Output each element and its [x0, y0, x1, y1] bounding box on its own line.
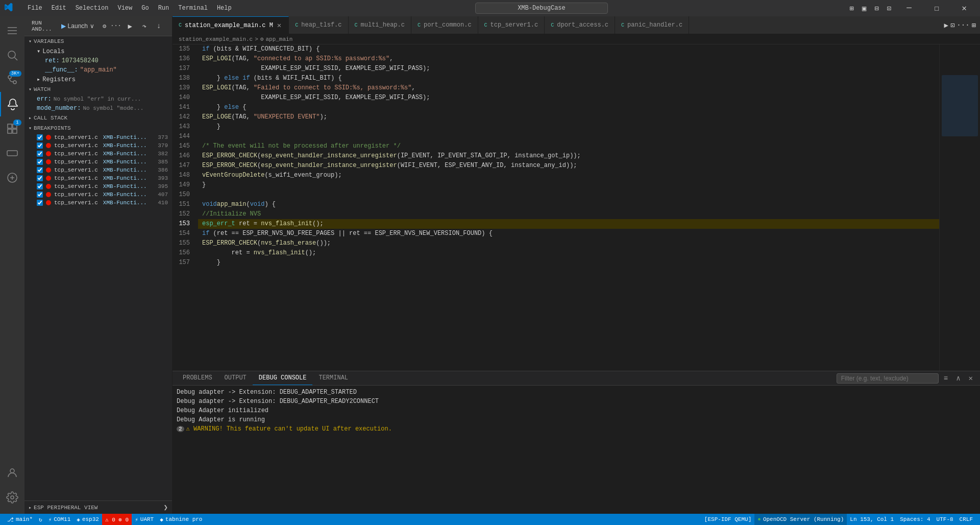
esp-peripheral-section: ▸ ESP PERIPHERAL VIEW ❯	[24, 500, 172, 514]
locals-item[interactable]: ▾ Locals	[24, 46, 172, 56]
watch-mode[interactable]: mode_number: No symbol "mode...	[24, 104, 172, 113]
breakpoint-item[interactable]: tcp_server1.c XMB-Functi... 386	[24, 166, 172, 174]
more-icon[interactable]: ···	[110, 22, 121, 30]
tab-station-example[interactable]: C station_example_main.c M ✕	[173, 16, 289, 34]
gear-icon[interactable]: ⚙	[103, 22, 106, 30]
launch-button[interactable]: ▶ Launch ∨	[57, 21, 99, 31]
layout-toggle-icon[interactable]: ⊞	[972, 21, 976, 30]
breakpoint-item[interactable]: tcp_server1.c XMB-Functi... 385	[24, 158, 172, 166]
bp-checkbox-2[interactable]	[37, 151, 43, 157]
panel-close-icon[interactable]: ✕	[966, 373, 976, 384]
breakpoint-item[interactable]: tcp_server1.c XMB-Functi... 395	[24, 182, 172, 190]
bp-checkbox-4[interactable]	[37, 167, 43, 173]
status-tabnine[interactable]: ◆ tabnine pro	[157, 514, 205, 525]
layout-icon3[interactable]: ⊟	[872, 2, 880, 15]
tab-tcp-server1[interactable]: C tcp_server1.c	[478, 16, 545, 34]
locals-func[interactable]: __func__: "app_main"	[24, 65, 172, 75]
bp-checkbox-5[interactable]	[37, 175, 43, 181]
activity-accounts[interactable]	[0, 461, 24, 485]
status-uart[interactable]: ⚡ UART	[132, 514, 157, 525]
status-errors[interactable]: ⚠ 0 ⊗ 0	[102, 514, 132, 525]
breadcrumb-file[interactable]: station_example_main.c	[179, 36, 253, 42]
breakpoint-item[interactable]: tcp_server1.c XMB-Functi... 393	[24, 174, 172, 182]
search-bar[interactable]: XMB-DebugCase	[475, 3, 608, 14]
status-com[interactable]: ⚡ COM11	[45, 514, 74, 525]
bp-checkbox-3[interactable]	[37, 159, 43, 165]
tab-multi-heap[interactable]: C multi_heap.c	[349, 16, 411, 34]
more-editor-icon[interactable]: ···	[957, 21, 969, 29]
watch-header[interactable]: ▾ WATCH	[24, 84, 172, 94]
bp-checkbox-7[interactable]	[37, 192, 43, 198]
activity-extensions[interactable]: 1	[0, 116, 24, 141]
tab-terminal[interactable]: TERMINAL	[312, 371, 354, 385]
locals-ret[interactable]: ret: 1073458240	[24, 56, 172, 65]
split-editor-icon[interactable]: ⊡	[950, 21, 954, 30]
code-content[interactable]: if (bits & WIFI_CONNECTED_BIT) { ESP_LOG…	[198, 44, 939, 371]
code-line-144	[198, 132, 939, 141]
bp-checkbox-0[interactable]	[37, 134, 43, 140]
tab-heap-tlsf[interactable]: C heap_tlsf.c	[289, 16, 348, 34]
panel-list-view-icon[interactable]: ≡	[941, 373, 951, 384]
breadcrumb-func[interactable]: app_main	[265, 36, 292, 42]
menu-file[interactable]: File	[23, 4, 46, 13]
tab-port-common[interactable]: C port_common.c	[411, 16, 478, 34]
bp-checkbox-1[interactable]	[37, 142, 43, 149]
esp-peripheral-header[interactable]: ▸ ESP PERIPHERAL VIEW ❯	[24, 501, 172, 514]
breakpoint-item[interactable]: tcp_server1.c XMB-Functi... 373	[24, 133, 172, 141]
breakpoint-item[interactable]: tcp_server1.c XMB-Functi... 382	[24, 150, 172, 158]
status-openocd[interactable]: ● OpenOCD Server (Running)	[754, 514, 847, 525]
filter-input[interactable]	[837, 373, 939, 384]
menu-edit[interactable]: Edit	[47, 4, 70, 13]
activity-debug[interactable]	[0, 92, 24, 116]
debug-run-icon[interactable]: ▶	[944, 21, 948, 30]
callstack-header[interactable]: ▸ CALL STACK	[24, 113, 172, 123]
tab-problems[interactable]: PROBLEMS	[177, 371, 218, 385]
menu-run[interactable]: Run	[154, 4, 174, 13]
status-encoding[interactable]: UTF-8	[934, 514, 957, 525]
tab-debug-console[interactable]: DEBUG CONSOLE	[253, 371, 313, 385]
minimize-button[interactable]: ─	[897, 0, 921, 16]
breakpoint-item[interactable]: tcp_server1.c XMB-Functi... 407	[24, 190, 172, 199]
menu-selection[interactable]: Selection	[71, 4, 113, 13]
tab-dport-access[interactable]: C dport_access.c	[545, 16, 615, 34]
bp-checkbox-6[interactable]	[37, 183, 43, 189]
menu-go[interactable]: Go	[137, 4, 153, 13]
close-button[interactable]: ✕	[952, 0, 976, 16]
bp-checkbox-8[interactable]	[37, 200, 43, 206]
activity-search[interactable]	[0, 43, 24, 67]
tab-station-close[interactable]: ✕	[276, 20, 282, 30]
status-position[interactable]: Ln 153, Col 1	[847, 514, 897, 525]
activity-idf[interactable]	[0, 165, 24, 190]
panel-expand-icon[interactable]: ∧	[953, 373, 963, 384]
registers-item[interactable]: ▸ Registers	[24, 75, 172, 84]
activity-source-control[interactable]: 3K+	[0, 67, 24, 92]
breakpoint-item[interactable]: tcp_server1.c XMB-Functi... 379	[24, 141, 172, 150]
esp-peripheral-expand[interactable]: ❯	[164, 503, 168, 512]
breakpoints-header[interactable]: ▾ BREAKPOINTS	[24, 123, 172, 133]
continue-button[interactable]: ▶	[124, 20, 137, 32]
status-spaces[interactable]: Spaces: 4	[897, 514, 933, 525]
layout-icon2[interactable]: ▣	[860, 2, 868, 15]
status-sync[interactable]: ↻	[36, 514, 45, 525]
tab-panic-handler[interactable]: C panic_handler.c	[615, 16, 689, 34]
status-line-ending[interactable]: CRLF	[957, 514, 976, 525]
menu-terminal[interactable]: Terminal	[174, 4, 212, 13]
activity-remote[interactable]	[0, 141, 24, 165]
step-out-button[interactable]: ↑	[166, 20, 173, 32]
step-over-button[interactable]: ↷	[138, 20, 151, 32]
watch-err[interactable]: err: No symbol "err" in curr...	[24, 94, 172, 104]
menu-view[interactable]: View	[113, 4, 136, 13]
tab-output[interactable]: OUTPUT	[218, 371, 253, 385]
menu-help[interactable]: Help	[213, 4, 236, 13]
variables-header[interactable]: ▾ VARIABLES	[24, 36, 172, 46]
activity-settings[interactable]	[0, 485, 24, 510]
status-chip[interactable]: ◈ esp32	[74, 514, 102, 525]
maximize-button[interactable]: ☐	[925, 0, 948, 16]
layout-icon[interactable]: ⊞	[847, 2, 855, 15]
layout-icon4[interactable]: ⊡	[885, 2, 893, 15]
status-branch[interactable]: ⎇ main*	[4, 514, 36, 525]
activity-explorer[interactable]	[0, 18, 24, 43]
status-idf-qemu[interactable]: [ESP-IDF QEMU]	[701, 514, 754, 525]
breakpoint-item[interactable]: tcp_server1.c XMB-Functi... 410	[24, 199, 172, 207]
step-into-button[interactable]: ↓	[152, 20, 165, 32]
